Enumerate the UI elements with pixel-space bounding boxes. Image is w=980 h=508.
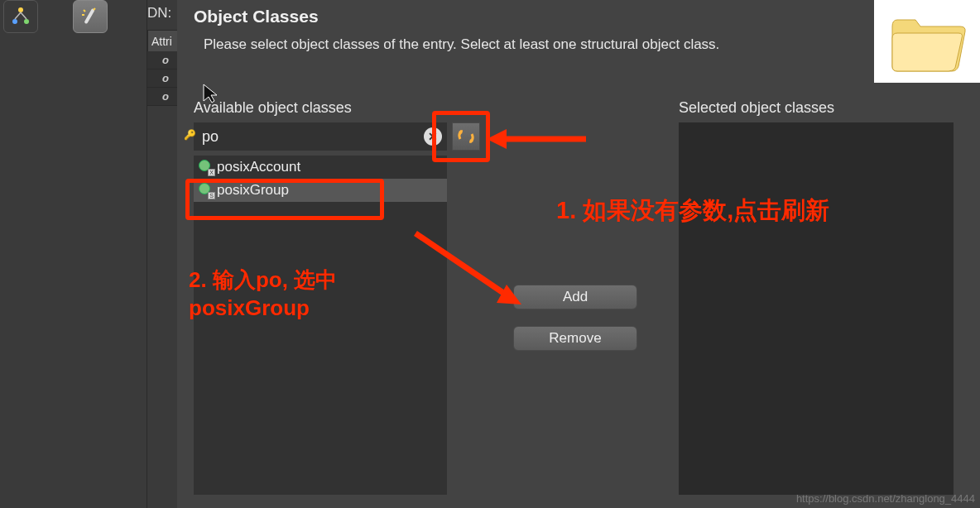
wand-tool-button[interactable] — [73, 0, 108, 33]
dialog-subtitle: Please select object classes of the entr… — [204, 36, 719, 53]
search-input[interactable] — [194, 128, 424, 146]
bg-row: o — [147, 88, 179, 106]
list-item-posixgroup[interactable]: S posixGroup — [194, 179, 447, 202]
tree-tool-button[interactable] — [3, 0, 38, 33]
clear-search-button[interactable]: ✕ — [424, 127, 442, 146]
left-sidebar — [0, 0, 147, 508]
svg-point-2 — [24, 19, 29, 24]
background-rows: o o o — [147, 51, 179, 106]
add-button[interactable]: Add — [513, 285, 637, 309]
list-item-posixaccount[interactable]: X posixAccount — [194, 156, 447, 179]
svg-point-1 — [12, 19, 17, 24]
svg-rect-3 — [84, 8, 94, 24]
list-item-label: posixAccount — [217, 159, 300, 175]
annotation-text-2: 2. 输入po, 选中 posixGroup — [189, 266, 337, 323]
refresh-button[interactable] — [452, 122, 480, 151]
selected-list[interactable] — [679, 122, 954, 495]
object-classes-dialog: Object Classes Please select object clas… — [177, 0, 980, 508]
bg-row: o — [147, 69, 179, 88]
bg-row: o — [147, 51, 179, 69]
attributes-tab[interactable]: Attri — [147, 30, 179, 51]
dialog-title: Object Classes — [194, 7, 319, 26]
remove-button[interactable]: Remove — [513, 326, 637, 351]
list-item-label: posixGroup — [217, 182, 289, 199]
search-field-wrap: ✕ — [194, 122, 447, 151]
cursor-icon — [202, 83, 220, 104]
available-list[interactable]: X posixAccount S posixGroup — [194, 156, 447, 495]
folder-icon — [874, 0, 980, 83]
selected-label: Selected object classes — [679, 99, 834, 117]
watermark: https://blog.csdn.net/zhanglong_4444 — [796, 492, 975, 505]
svg-point-0 — [18, 7, 23, 12]
key-icon: 🔑 — [184, 129, 196, 141]
dn-label: DN: — [147, 5, 171, 22]
object-class-icon: X — [199, 160, 214, 175]
object-class-icon: S — [199, 183, 214, 198]
annotation-text-1: 1. 如果没有参数,点击刷新 — [556, 195, 829, 227]
toolbar — [3, 0, 108, 33]
